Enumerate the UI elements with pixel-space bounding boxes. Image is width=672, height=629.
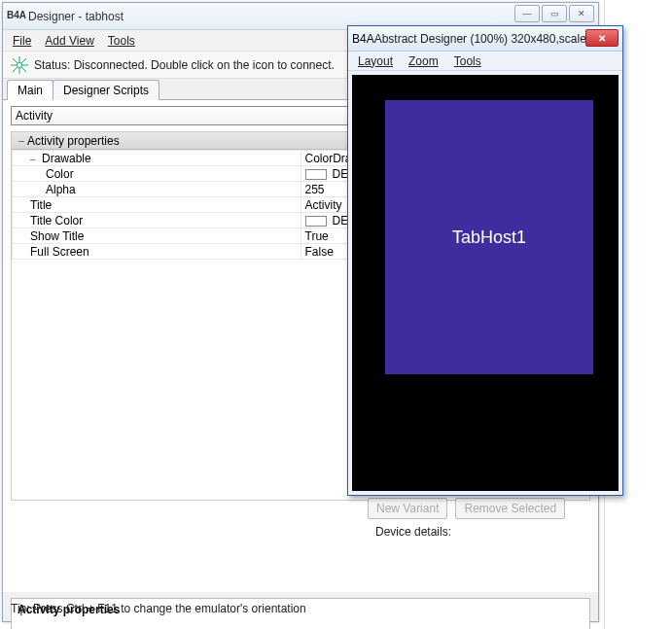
connect-icon[interactable] xyxy=(11,56,28,74)
close-button[interactable]: ✕ xyxy=(585,29,619,47)
color-swatch-icon xyxy=(305,169,327,180)
app-icon: B4A xyxy=(7,10,24,23)
new-variant-button[interactable]: New Variant xyxy=(368,498,447,519)
window-controls: — ▭ ✕ xyxy=(514,5,594,22)
maximize-button[interactable]: ▭ xyxy=(542,5,567,22)
designer-title: Designer - tabhost xyxy=(28,10,124,23)
combo-value: Activity xyxy=(16,109,53,122)
minimize-button[interactable]: — xyxy=(514,5,540,22)
prop-key: Show Title xyxy=(13,228,301,244)
svg-point-4 xyxy=(18,62,22,67)
tab-designer-scripts[interactable]: Designer Scripts xyxy=(53,80,159,100)
prop-key: Color xyxy=(13,166,301,182)
color-swatch-icon xyxy=(305,216,327,227)
remove-selected-button[interactable]: Remove Selected xyxy=(455,498,565,519)
tabhost-label: TabHost1 xyxy=(452,227,526,248)
collapse-icon[interactable]: – xyxy=(16,135,27,146)
abstract-titlebar[interactable]: B4A Abstract Designer (100%) 320x480,sca… xyxy=(348,26,622,52)
abstract-designer-window: B4A Abstract Designer (100%) 320x480,sca… xyxy=(347,25,623,496)
collapse-icon[interactable]: – xyxy=(30,154,40,164)
prop-key: Title xyxy=(13,197,301,213)
prop-key: Alpha xyxy=(13,182,301,197)
menu-tools[interactable]: Tools xyxy=(108,34,135,48)
menu-tools-abs[interactable]: Tools xyxy=(454,54,481,68)
menu-add-view[interactable]: Add View xyxy=(45,34,93,48)
device-screen[interactable]: TabHost1 xyxy=(352,75,619,491)
abstract-title: Abstract Designer (100%) 320x480,scale=1 xyxy=(374,32,600,46)
app-icon: B4A xyxy=(352,32,374,46)
properties-header-label: Activity properties xyxy=(27,134,120,148)
prop-key: Drawable xyxy=(42,152,91,165)
menu-layout[interactable]: Layout xyxy=(358,54,393,68)
menu-zoom[interactable]: Zoom xyxy=(408,54,439,68)
variant-buttons: New Variant Remove Selected xyxy=(368,498,565,519)
menu-file[interactable]: File xyxy=(13,34,31,48)
prop-key: Title Color xyxy=(13,213,301,228)
status-text: Status: Disconnected. Double click on th… xyxy=(34,58,335,72)
tab-main[interactable]: Main xyxy=(7,80,53,100)
prop-key: Full Screen xyxy=(13,244,301,260)
device-details-label: Device details: xyxy=(375,525,451,539)
abstract-menubar: Layout Zoom Tools xyxy=(348,52,622,71)
tip-text: Tip: Press Ctrl + F11 to change the emul… xyxy=(11,602,306,615)
tabhost-view[interactable]: TabHost1 xyxy=(385,100,593,374)
close-button[interactable]: ✕ xyxy=(569,5,594,22)
